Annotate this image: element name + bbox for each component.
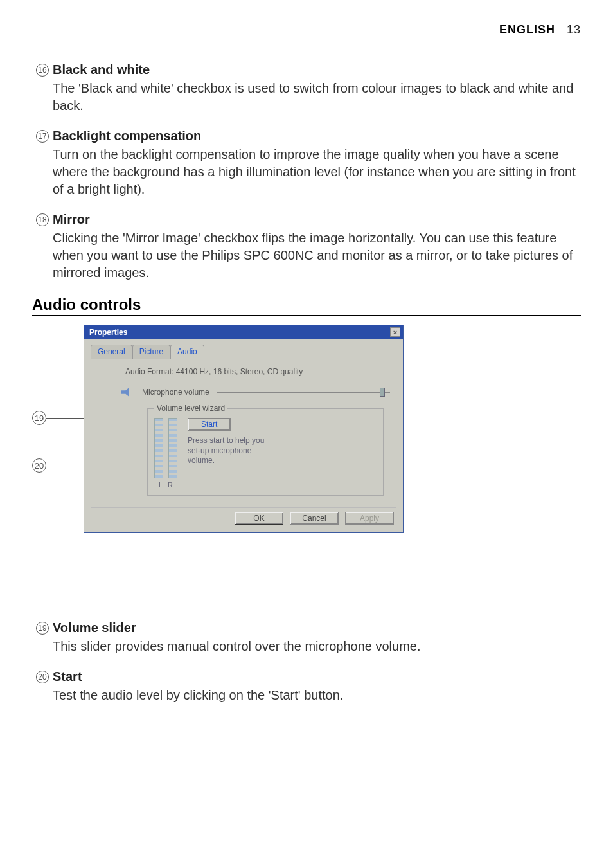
item-title: Mirror [53,212,581,227]
item-desc: The 'Black and white' checkbox is used t… [53,80,581,114]
meter-right [168,418,177,478]
item-title: Backlight compensation [53,129,581,143]
bullet-number: 20 [36,671,49,683]
dialog-title: Properties [89,328,127,337]
tab-picture[interactable]: Picture [132,345,170,359]
callout-column: 19 20 [32,325,84,595]
wizard-legend: Volume level wizard [154,404,227,413]
dialog-button-row: OK Cancel Apply [91,507,396,526]
volume-level-wizard-group: Volume level wizard L R Start [147,408,384,496]
meter-label-r: R [168,481,173,489]
bullet: 16 [32,62,53,114]
wizard-hint: Press start to help you set-up microphon… [188,436,271,466]
header-language: ENGLISH [499,23,555,36]
callout-19: 19 [32,411,46,425]
microphone-volume-row: Microphone volume [121,388,396,397]
dialog-titlebar: Properties × [84,325,403,339]
ok-button[interactable]: OK [235,512,283,525]
section-heading-audio-controls: Audio controls [32,296,581,316]
close-icon[interactable]: × [390,327,400,337]
callout-20: 20 [32,458,46,473]
speaker-icon [121,388,133,397]
bullet-number: 17 [36,130,49,143]
item-title: Volume slider [53,620,581,635]
header-page-number: 13 [567,23,581,36]
doc-item-19: 19 Volume slider This slider provides ma… [32,620,581,655]
cancel-button[interactable]: Cancel [290,512,339,525]
doc-item-18: 18 Mirror Clicking the 'Mirror Image' ch… [32,212,581,282]
slider-thumb[interactable] [380,388,385,397]
bullet-number: 16 [36,64,49,77]
doc-item-16: 16 Black and white The 'Black and white'… [32,62,581,114]
meter-left [154,418,163,478]
doc-item-20: 20 Start Test the audio level by clickin… [32,669,581,704]
doc-item-17: 17 Backlight compensation Turn on the ba… [32,129,581,198]
item-title: Black and white [53,62,581,77]
level-meters [154,418,177,478]
item-desc: Test the audio level by clicking on the … [53,687,581,704]
item-title: Start [53,669,581,684]
microphone-volume-label: Microphone volume [142,388,209,397]
microphone-volume-slider[interactable] [217,388,390,397]
bullet-number: 19 [36,622,49,635]
apply-button: Apply [345,512,394,525]
start-button[interactable]: Start [188,418,231,431]
bullet-number: 18 [36,213,49,226]
meter-label-l: L [159,481,163,489]
page-header: ENGLISH 13 [32,23,581,37]
item-desc: Turn on the backlight compensation to im… [53,146,581,198]
dialog-tabs: General Picture Audio [91,344,396,359]
audio-format-label: Audio Format: 44100 Hz, 16 bits, Stereo,… [125,367,396,376]
tab-audio[interactable]: Audio [170,345,204,359]
item-desc: This slider provides manual control over… [53,638,581,655]
item-desc: Clicking the 'Mirror Image' checkbox fli… [53,230,581,282]
properties-dialog: Properties × General Picture Audio Audio… [84,325,404,533]
tab-general[interactable]: General [91,345,132,359]
